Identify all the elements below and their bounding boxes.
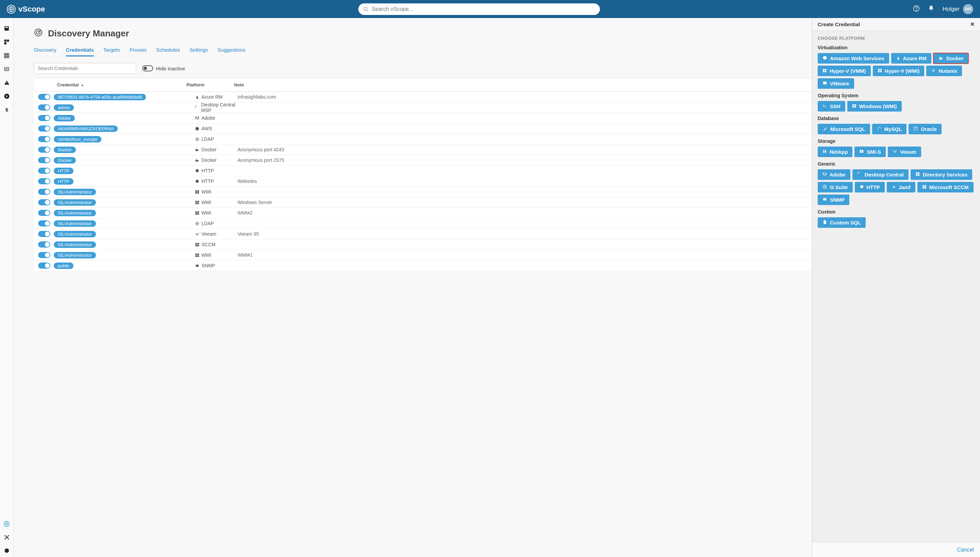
avatar: HH <box>963 4 973 14</box>
search-input[interactable] <box>358 3 600 15</box>
globe-icon <box>7 5 16 14</box>
top-nav: vScope Holger HH <box>0 0 980 18</box>
help-icon[interactable] <box>913 5 920 13</box>
bell-icon[interactable] <box>928 5 934 13</box>
global-search[interactable] <box>358 3 600 15</box>
app-name: vScope <box>18 5 45 14</box>
user-name: Holger <box>942 6 960 13</box>
svg-point-1 <box>364 7 367 10</box>
svg-line-2 <box>366 10 368 11</box>
search-icon <box>363 7 369 13</box>
user-menu[interactable]: Holger HH <box>942 4 973 14</box>
logo[interactable]: vScope <box>7 5 45 14</box>
svg-point-4 <box>916 10 916 10</box>
